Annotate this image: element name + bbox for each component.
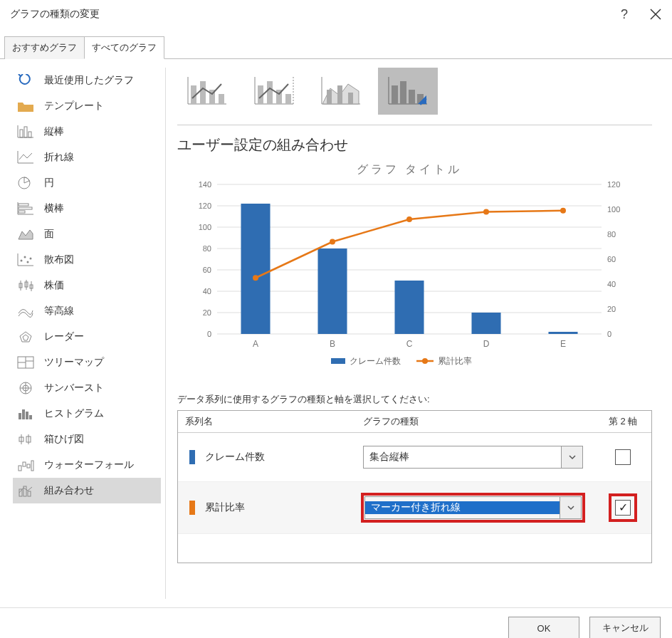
svg-text:20: 20 <box>203 308 211 317</box>
svg-rect-113 <box>548 332 577 334</box>
chevron-down-icon <box>560 497 581 518</box>
subtype-stacked-area-column[interactable] <box>311 68 371 115</box>
chart-type-select-claims[interactable]: 集合縦棒 <box>363 446 583 469</box>
sidebar-item-combo[interactable]: 組み合わせ <box>13 478 161 503</box>
svg-text:A: A <box>253 339 258 349</box>
secondary-axis-checkbox-cumulative[interactable] <box>615 500 631 516</box>
sidebar-item-label: ヒストグラム <box>44 407 104 420</box>
svg-rect-39 <box>22 409 25 419</box>
svg-text:20: 20 <box>607 305 616 313</box>
svg-text:120: 120 <box>607 180 620 189</box>
sidebar-item-label: 横棒 <box>44 202 64 215</box>
svg-text:100: 100 <box>199 223 211 231</box>
window-title: グラフの種類の変更 <box>10 8 100 21</box>
radar-chart-icon <box>16 330 36 344</box>
svg-text:0: 0 <box>607 330 611 338</box>
subtype-clustered-line-secondary[interactable] <box>244 68 304 115</box>
sidebar-item-column[interactable]: 縦棒 <box>13 119 161 145</box>
series-row-cumulative: 累計比率 マーカー付き折れ線 <box>178 482 651 534</box>
sidebar-item-waterfall[interactable]: ウォーターフォール <box>13 452 161 478</box>
header-chart-type: グラフの種類 <box>363 415 602 428</box>
series-color-swatch <box>189 501 195 515</box>
svg-rect-41 <box>29 415 32 419</box>
area-chart-icon <box>16 227 36 241</box>
sidebar-item-sunburst[interactable]: サンバースト <box>13 375 161 401</box>
tab-recommended[interactable]: おすすめグラフ <box>4 36 85 59</box>
svg-text:クレーム件数: クレーム件数 <box>350 356 401 366</box>
svg-marker-15 <box>19 230 33 239</box>
sidebar-item-histogram[interactable]: ヒストグラム <box>13 401 161 427</box>
sidebar-item-surface[interactable]: 等高線 <box>13 298 161 324</box>
svg-point-115 <box>330 239 335 245</box>
svg-point-18 <box>21 260 23 262</box>
chevron-down-icon <box>561 446 582 468</box>
svg-text:D: D <box>483 339 490 349</box>
bar-chart-icon <box>16 202 36 216</box>
svg-rect-110 <box>317 249 347 334</box>
svg-text:60: 60 <box>607 255 616 263</box>
ok-button[interactable]: OK <box>508 617 579 638</box>
svg-text:B: B <box>330 339 335 349</box>
svg-rect-46 <box>19 466 21 471</box>
close-icon[interactable] <box>649 8 662 21</box>
svg-point-20 <box>27 261 29 263</box>
svg-text:グラフ タイトル: グラフ タイトル <box>357 163 462 175</box>
svg-rect-48 <box>27 464 30 468</box>
svg-rect-6 <box>28 132 31 137</box>
subtype-clustered-line[interactable] <box>177 68 237 115</box>
sidebar-item-treemap[interactable]: ツリーマップ <box>13 350 161 375</box>
column-chart-icon <box>16 125 36 139</box>
svg-text:C: C <box>406 339 413 349</box>
svg-rect-58 <box>219 94 224 104</box>
sidebar-item-label: 縦棒 <box>44 125 64 138</box>
sidebar-item-label: 組み合わせ <box>44 484 94 497</box>
sidebar-item-label: 箱ひげ図 <box>44 433 84 446</box>
cancel-button[interactable]: キャンセル <box>589 617 661 638</box>
sidebar-item-stock[interactable]: 株価 <box>13 273 161 298</box>
chart-type-list: 最近使用したグラフ テンプレート 縦棒 折れ線 円 <box>0 59 165 607</box>
sidebar-item-label: ウォーターフォール <box>44 459 134 471</box>
sidebar-item-label: 円 <box>44 177 54 189</box>
svg-rect-47 <box>23 462 26 466</box>
line-chart-icon <box>16 150 36 164</box>
svg-text:80: 80 <box>203 244 211 253</box>
svg-rect-13 <box>19 207 32 209</box>
treemap-icon <box>16 355 36 370</box>
help-icon[interactable]: ? <box>621 7 628 22</box>
tab-bar: おすすめグラフ すべてのグラフ <box>0 36 672 59</box>
svg-rect-38 <box>19 413 21 419</box>
sidebar-item-boxwhisker[interactable]: 箱ひげ図 <box>13 427 161 452</box>
sidebar-item-label: サンバースト <box>44 382 104 394</box>
chart-preview: グラフ タイトル02040608010012014002040608010012… <box>177 160 652 376</box>
sidebar-item-label: 面 <box>44 228 54 241</box>
scatter-chart-icon <box>16 253 36 267</box>
svg-rect-14 <box>19 211 25 213</box>
svg-rect-4 <box>20 130 23 137</box>
secondary-axis-checkbox-claims[interactable] <box>615 449 631 465</box>
sidebar-item-scatter[interactable]: 散布図 <box>13 247 161 273</box>
svg-text:100: 100 <box>607 205 620 214</box>
sidebar-item-radar[interactable]: レーダー <box>13 324 161 350</box>
sidebar-item-bar[interactable]: 横棒 <box>13 196 161 221</box>
sidebar-item-pie[interactable]: 円 <box>13 170 161 196</box>
stock-chart-icon <box>16 278 36 293</box>
svg-point-118 <box>560 208 566 214</box>
chart-type-select-cumulative[interactable]: マーカー付き折れ線 <box>364 496 582 519</box>
sidebar-item-label: 株価 <box>44 279 64 292</box>
svg-marker-29 <box>23 335 28 340</box>
sidebar-item-label: テンプレート <box>44 100 104 113</box>
subtype-custom-combo[interactable] <box>378 68 438 115</box>
sidebar-item-area[interactable]: 面 <box>13 221 161 247</box>
tab-all[interactable]: すべてのグラフ <box>84 36 164 59</box>
series-name-label: クレーム件数 <box>205 451 363 464</box>
combo-chart-icon <box>16 483 36 498</box>
chart-type-value: 集合縦棒 <box>364 451 561 464</box>
sidebar-item-line[interactable]: 折れ線 <box>13 145 161 170</box>
sidebar-item-templates[interactable]: テンプレート <box>13 93 161 119</box>
header-series-name: 系列名 <box>185 415 363 428</box>
sidebar-item-label: 散布図 <box>44 253 74 266</box>
svg-text:40: 40 <box>607 280 616 288</box>
svg-rect-71 <box>348 93 353 104</box>
sidebar-item-label: 等高線 <box>44 305 74 318</box>
sidebar-item-recent[interactable]: 最近使用したグラフ <box>13 68 161 93</box>
